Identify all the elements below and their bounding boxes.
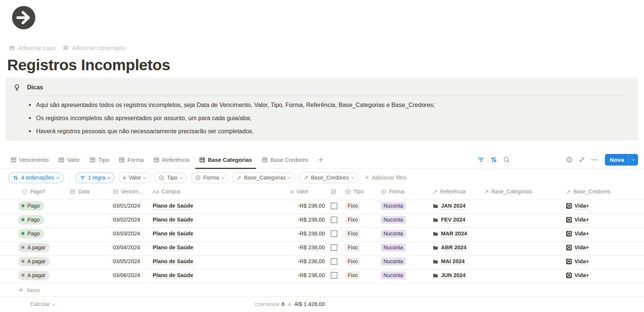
cell-pago[interactable]: Pago bbox=[15, 200, 67, 212]
cell-valor[interactable]: -R$ 238,00 bbox=[288, 214, 328, 226]
table-row[interactable]: A pagar 03/06/2024 Plano de Saúde -R$ 23… bbox=[0, 270, 644, 283]
cell-compra[interactable]: Plano de Saúde bbox=[150, 200, 288, 212]
column-header-compra[interactable]: Aa Compra bbox=[150, 187, 288, 196]
checkbox[interactable] bbox=[331, 203, 337, 209]
page-link[interactable]: Plano de Saúde bbox=[153, 272, 193, 278]
cell-checkbox[interactable] bbox=[328, 256, 342, 267]
status-badge[interactable]: Pago bbox=[18, 215, 44, 225]
column-header-tipo[interactable]: Tipo bbox=[342, 187, 378, 196]
page-link[interactable]: ABR 2024 bbox=[441, 244, 467, 250]
cell-forma[interactable]: Nuconta bbox=[378, 242, 430, 253]
cell-data[interactable] bbox=[67, 242, 110, 253]
cell-tipo[interactable]: Fixo bbox=[342, 214, 378, 226]
filter-chip-base-categorias[interactable]: ↗ Base_Categorias bbox=[232, 172, 295, 183]
page-link[interactable]: Plano de Saúde bbox=[153, 203, 193, 209]
cell-checkbox[interactable] bbox=[328, 200, 342, 212]
column-header-checkbox[interactable] bbox=[328, 187, 342, 196]
cell-pago[interactable]: A pagar bbox=[15, 270, 67, 281]
add-cover-button[interactable]: Adicionar capa bbox=[9, 45, 55, 51]
cell-tipo[interactable]: Fixo bbox=[342, 200, 378, 212]
page-link[interactable]: Plano de Saúde bbox=[153, 231, 193, 237]
cell-referencia[interactable]: JAN 2024 bbox=[430, 200, 481, 212]
rule-chip[interactable]: 1 regra bbox=[75, 172, 115, 183]
cell-compra[interactable]: Plano de Saúde bbox=[150, 270, 288, 281]
cell-vencimento[interactable]: 03/03/2024 bbox=[110, 228, 150, 240]
page-link[interactable]: Vida+ bbox=[574, 203, 589, 209]
cell-pago[interactable]: Pago bbox=[15, 214, 67, 226]
table-row[interactable]: A pagar 03/04/2024 Plano de Saúde -R$ 23… bbox=[0, 242, 644, 256]
status-badge[interactable]: Pago bbox=[18, 201, 44, 211]
cell-base-credores[interactable]: Vida+ bbox=[563, 200, 644, 212]
cell-checkbox[interactable] bbox=[328, 270, 342, 281]
page-link[interactable]: Vida+ bbox=[574, 217, 589, 223]
page-link[interactable]: FEV 2024 bbox=[441, 217, 465, 223]
cell-data[interactable] bbox=[67, 214, 110, 226]
column-header-referencia[interactable]: ↗ Referência bbox=[430, 187, 481, 196]
tab-referencia[interactable]: Referência bbox=[153, 151, 189, 169]
checkbox[interactable] bbox=[331, 272, 337, 279]
status-badge[interactable]: A pagar bbox=[18, 257, 50, 266]
cell-base-categorias[interactable] bbox=[481, 228, 563, 240]
column-header-valor[interactable]: # Valor bbox=[288, 187, 328, 196]
cell-pago[interactable]: A pagar bbox=[15, 242, 67, 253]
sum-aggregate[interactable]: 1A -R$ 1.428,00 bbox=[288, 297, 328, 311]
cell-tipo[interactable]: Fixo bbox=[342, 242, 378, 253]
checkbox[interactable] bbox=[331, 217, 337, 223]
cell-vencimento[interactable]: 03/06/2024 bbox=[110, 270, 150, 281]
cell-base-credores[interactable]: Vida+ bbox=[563, 228, 644, 240]
cell-forma[interactable]: Nuconta bbox=[378, 256, 430, 267]
column-header-forma[interactable]: Forma bbox=[378, 187, 430, 196]
tab-vencimento[interactable]: Vencimento bbox=[11, 151, 48, 169]
tab-base-credores[interactable]: Base Credores bbox=[262, 151, 308, 169]
page-title[interactable]: Registros Incompletos bbox=[7, 56, 170, 74]
cell-tipo[interactable]: Fixo bbox=[342, 270, 378, 281]
cell-checkbox[interactable] bbox=[328, 214, 342, 226]
page-icon-arrow-circle[interactable] bbox=[11, 5, 36, 30]
page-link[interactable]: Plano de Saúde bbox=[153, 217, 193, 223]
status-badge[interactable]: Pago bbox=[18, 229, 44, 238]
cell-base-categorias[interactable] bbox=[481, 256, 563, 267]
filter-button[interactable] bbox=[477, 156, 485, 163]
cell-forma[interactable]: Nuconta bbox=[378, 200, 430, 212]
more-options-button[interactable] bbox=[591, 159, 599, 161]
cell-forma[interactable]: Nuconta bbox=[378, 270, 430, 281]
checkbox[interactable] bbox=[331, 231, 337, 237]
status-badge[interactable]: A pagar bbox=[18, 243, 50, 252]
cell-base-credores[interactable]: Vida+ bbox=[563, 270, 644, 281]
cell-compra[interactable]: Plano de Saúde bbox=[150, 228, 288, 240]
cell-base-categorias[interactable] bbox=[481, 214, 563, 226]
tab-forma[interactable]: Forma bbox=[119, 151, 144, 169]
checkbox[interactable] bbox=[331, 244, 337, 251]
new-row-button[interactable]: Novo bbox=[0, 283, 644, 297]
cell-referencia[interactable]: MAR 2024 bbox=[430, 228, 481, 240]
page-link[interactable]: Vida+ bbox=[574, 231, 589, 237]
page-link[interactable]: MAI 2024 bbox=[441, 258, 465, 264]
count-aggregate[interactable]: CONTAGEM 6 bbox=[150, 297, 288, 311]
cell-base-categorias[interactable] bbox=[481, 200, 563, 212]
page-link[interactable]: Plano de Saúde bbox=[153, 244, 193, 250]
cell-valor[interactable]: -R$ 238,00 bbox=[288, 270, 328, 281]
cell-data[interactable] bbox=[67, 256, 110, 267]
table-row[interactable]: Pago 03/01/2024 Plano de Saúde -R$ 238,0… bbox=[0, 200, 644, 214]
add-view-button[interactable] bbox=[318, 157, 324, 163]
cell-valor[interactable]: -R$ 238,00 bbox=[288, 242, 328, 253]
cell-vencimento[interactable]: 03/05/2024 bbox=[110, 256, 150, 267]
table-row[interactable]: Pago 03/03/2024 Plano de Saúde -R$ 238,0… bbox=[0, 228, 644, 242]
cell-pago[interactable]: A pagar bbox=[15, 256, 67, 267]
cell-referencia[interactable]: JUN 2024 bbox=[430, 270, 481, 281]
cell-base-credores[interactable]: Vida+ bbox=[563, 256, 644, 267]
page-link[interactable]: Vida+ bbox=[574, 244, 589, 250]
cell-checkbox[interactable] bbox=[328, 228, 342, 240]
cell-compra[interactable]: Plano de Saúde bbox=[150, 242, 288, 253]
column-header-data[interactable]: Data bbox=[67, 187, 110, 196]
cell-base-categorias[interactable] bbox=[481, 270, 563, 281]
page-link[interactable]: MAR 2024 bbox=[441, 231, 467, 237]
cell-referencia[interactable]: MAI 2024 bbox=[430, 256, 481, 267]
cell-valor[interactable]: -R$ 238,00 bbox=[288, 200, 328, 212]
cell-vencimento[interactable]: 03/02/2024 bbox=[110, 214, 150, 226]
add-filter-button[interactable]: + Adicionar filtro bbox=[365, 174, 406, 181]
filter-chip-forma[interactable]: Forma bbox=[191, 172, 229, 183]
cell-data[interactable] bbox=[67, 270, 110, 281]
column-header-base-categorias[interactable]: ↗ Base_Categorias bbox=[481, 187, 563, 196]
page-link[interactable]: Plano de Saúde bbox=[153, 258, 193, 264]
